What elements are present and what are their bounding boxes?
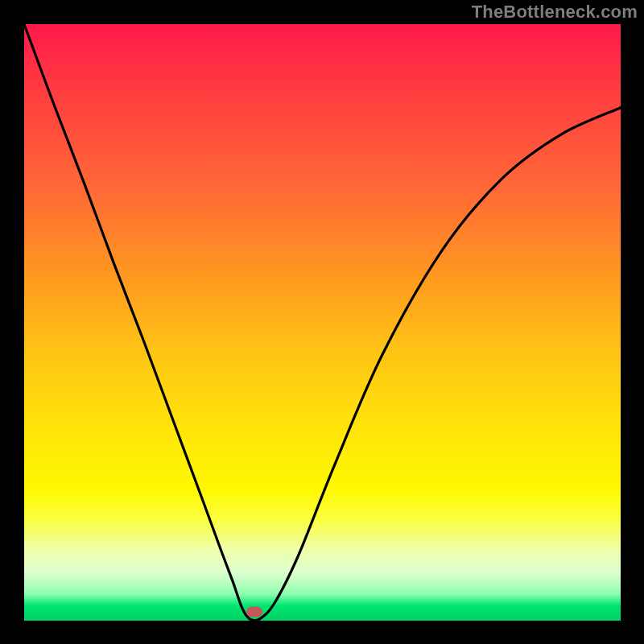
watermark-text: TheBottleneck.com [472, 2, 638, 23]
bottleneck-curve [24, 24, 621, 621]
plot-area [24, 24, 621, 621]
optimum-marker [246, 606, 262, 617]
chart-frame: TheBottleneck.com [0, 0, 644, 644]
curve-svg [24, 24, 621, 621]
